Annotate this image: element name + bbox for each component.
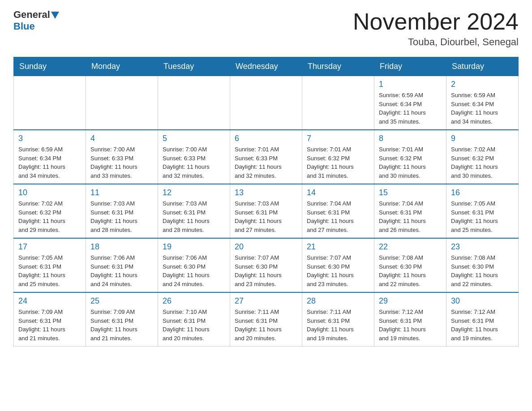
weekday-header-friday: Friday [374,57,446,76]
calendar-day-cell [14,76,86,130]
day-number: 5 [163,134,225,143]
calendar-day-cell [230,76,302,130]
day-number: 2 [451,80,514,89]
day-info: Sunrise: 7:00 AM Sunset: 6:33 PM Dayligh… [163,145,225,180]
month-title: November 2024 [353,9,519,34]
weekday-header-saturday: Saturday [446,57,519,76]
calendar-table: SundayMondayTuesdayWednesdayThursdayFrid… [13,57,519,347]
calendar-day-cell: 28Sunrise: 7:11 AM Sunset: 6:31 PM Dayli… [302,292,374,347]
day-info: Sunrise: 7:03 AM Sunset: 6:31 PM Dayligh… [90,199,153,234]
calendar-day-cell: 24Sunrise: 7:09 AM Sunset: 6:31 PM Dayli… [14,292,86,347]
day-number: 28 [307,296,369,306]
calendar-day-cell: 23Sunrise: 7:08 AM Sunset: 6:30 PM Dayli… [446,238,519,292]
calendar-week-row: 17Sunrise: 7:05 AM Sunset: 6:31 PM Dayli… [14,238,519,292]
calendar-day-cell: 1Sunrise: 6:59 AM Sunset: 6:34 PM Daylig… [374,76,446,130]
calendar-day-cell: 4Sunrise: 7:00 AM Sunset: 6:33 PM Daylig… [86,130,158,184]
day-number: 11 [90,188,153,197]
calendar-day-cell [158,76,230,130]
svg-marker-0 [51,12,59,19]
calendar-day-cell: 13Sunrise: 7:03 AM Sunset: 6:31 PM Dayli… [230,184,302,238]
day-info: Sunrise: 7:09 AM Sunset: 6:31 PM Dayligh… [90,308,153,342]
day-number: 10 [18,188,81,197]
day-number: 19 [163,242,225,252]
day-info: Sunrise: 7:05 AM Sunset: 6:31 PM Dayligh… [18,253,81,288]
day-info: Sunrise: 6:59 AM Sunset: 6:34 PM Dayligh… [451,91,514,126]
weekday-header-tuesday: Tuesday [158,57,230,76]
day-info: Sunrise: 6:59 AM Sunset: 6:34 PM Dayligh… [379,91,442,126]
day-info: Sunrise: 7:03 AM Sunset: 6:31 PM Dayligh… [235,199,297,234]
day-number: 23 [451,242,514,252]
day-info: Sunrise: 7:03 AM Sunset: 6:31 PM Dayligh… [163,199,225,234]
logo-arrow-icon [51,12,59,19]
day-info: Sunrise: 7:11 AM Sunset: 6:31 PM Dayligh… [307,308,369,342]
day-number: 29 [379,296,442,306]
day-info: Sunrise: 7:06 AM Sunset: 6:31 PM Dayligh… [90,253,153,288]
calendar-week-row: 1Sunrise: 6:59 AM Sunset: 6:34 PM Daylig… [14,76,519,130]
title-section: November 2024 Touba, Diourbel, Senegal [353,9,519,48]
day-info: Sunrise: 7:01 AM Sunset: 6:33 PM Dayligh… [235,145,297,180]
calendar-day-cell: 15Sunrise: 7:04 AM Sunset: 6:31 PM Dayli… [374,184,446,238]
day-info: Sunrise: 6:59 AM Sunset: 6:34 PM Dayligh… [18,145,81,180]
day-number: 16 [451,188,514,197]
day-info: Sunrise: 7:00 AM Sunset: 6:33 PM Dayligh… [90,145,153,180]
day-number: 17 [18,242,81,252]
day-number: 8 [379,134,442,143]
day-info: Sunrise: 7:02 AM Sunset: 6:32 PM Dayligh… [451,145,514,180]
calendar-day-cell: 19Sunrise: 7:06 AM Sunset: 6:30 PM Dayli… [158,238,230,292]
day-number: 4 [90,134,153,143]
day-info: Sunrise: 7:01 AM Sunset: 6:32 PM Dayligh… [307,145,369,180]
day-info: Sunrise: 7:12 AM Sunset: 6:31 PM Dayligh… [379,308,442,342]
day-number: 20 [235,242,297,252]
day-info: Sunrise: 7:10 AM Sunset: 6:31 PM Dayligh… [163,308,225,342]
calendar-day-cell: 7Sunrise: 7:01 AM Sunset: 6:32 PM Daylig… [302,130,374,184]
calendar-header-row: SundayMondayTuesdayWednesdayThursdayFrid… [14,57,519,76]
day-number: 3 [18,134,81,143]
calendar-day-cell [302,76,374,130]
day-info: Sunrise: 7:08 AM Sunset: 6:30 PM Dayligh… [451,253,514,288]
calendar-day-cell: 21Sunrise: 7:07 AM Sunset: 6:30 PM Dayli… [302,238,374,292]
day-number: 18 [90,242,153,252]
calendar-day-cell: 2Sunrise: 6:59 AM Sunset: 6:34 PM Daylig… [446,76,519,130]
day-info: Sunrise: 7:09 AM Sunset: 6:31 PM Dayligh… [18,308,81,342]
day-info: Sunrise: 7:01 AM Sunset: 6:32 PM Dayligh… [379,145,442,180]
day-number: 24 [18,296,81,306]
day-info: Sunrise: 7:07 AM Sunset: 6:30 PM Dayligh… [307,253,369,288]
calendar-day-cell: 17Sunrise: 7:05 AM Sunset: 6:31 PM Dayli… [14,238,86,292]
day-number: 9 [451,134,514,143]
day-number: 6 [235,134,297,143]
calendar-day-cell: 30Sunrise: 7:12 AM Sunset: 6:31 PM Dayli… [446,292,519,347]
day-number: 30 [451,296,514,306]
calendar-day-cell: 12Sunrise: 7:03 AM Sunset: 6:31 PM Dayli… [158,184,230,238]
weekday-header-sunday: Sunday [14,57,86,76]
calendar-day-cell: 27Sunrise: 7:11 AM Sunset: 6:31 PM Dayli… [230,292,302,347]
day-number: 15 [379,188,442,197]
calendar-day-cell: 22Sunrise: 7:08 AM Sunset: 6:30 PM Dayli… [374,238,446,292]
day-info: Sunrise: 7:07 AM Sunset: 6:30 PM Dayligh… [235,253,297,288]
calendar-week-row: 24Sunrise: 7:09 AM Sunset: 6:31 PM Dayli… [14,292,519,347]
day-info: Sunrise: 7:05 AM Sunset: 6:31 PM Dayligh… [451,199,514,234]
day-info: Sunrise: 7:06 AM Sunset: 6:30 PM Dayligh… [163,253,225,288]
day-number: 22 [379,242,442,252]
calendar-day-cell: 11Sunrise: 7:03 AM Sunset: 6:31 PM Dayli… [86,184,158,238]
weekday-header-monday: Monday [86,57,158,76]
day-number: 21 [307,242,369,252]
calendar-day-cell: 6Sunrise: 7:01 AM Sunset: 6:33 PM Daylig… [230,130,302,184]
calendar-day-cell: 5Sunrise: 7:00 AM Sunset: 6:33 PM Daylig… [158,130,230,184]
day-number: 12 [163,188,225,197]
page-header: General Blue November 2024 Touba, Diourb… [13,9,519,48]
calendar-week-row: 10Sunrise: 7:02 AM Sunset: 6:32 PM Dayli… [14,184,519,238]
logo-general-text: General [13,9,50,21]
day-number: 1 [379,80,442,89]
day-info: Sunrise: 7:04 AM Sunset: 6:31 PM Dayligh… [307,199,369,234]
location-subtitle: Touba, Diourbel, Senegal [353,36,519,48]
calendar-day-cell [86,76,158,130]
calendar-day-cell: 9Sunrise: 7:02 AM Sunset: 6:32 PM Daylig… [446,130,519,184]
calendar-day-cell: 14Sunrise: 7:04 AM Sunset: 6:31 PM Dayli… [302,184,374,238]
day-number: 26 [163,296,225,306]
day-info: Sunrise: 7:04 AM Sunset: 6:31 PM Dayligh… [379,199,442,234]
day-info: Sunrise: 7:08 AM Sunset: 6:30 PM Dayligh… [379,253,442,288]
calendar-day-cell: 20Sunrise: 7:07 AM Sunset: 6:30 PM Dayli… [230,238,302,292]
calendar-day-cell: 3Sunrise: 6:59 AM Sunset: 6:34 PM Daylig… [14,130,86,184]
calendar-day-cell: 29Sunrise: 7:12 AM Sunset: 6:31 PM Dayli… [374,292,446,347]
calendar-day-cell: 8Sunrise: 7:01 AM Sunset: 6:32 PM Daylig… [374,130,446,184]
